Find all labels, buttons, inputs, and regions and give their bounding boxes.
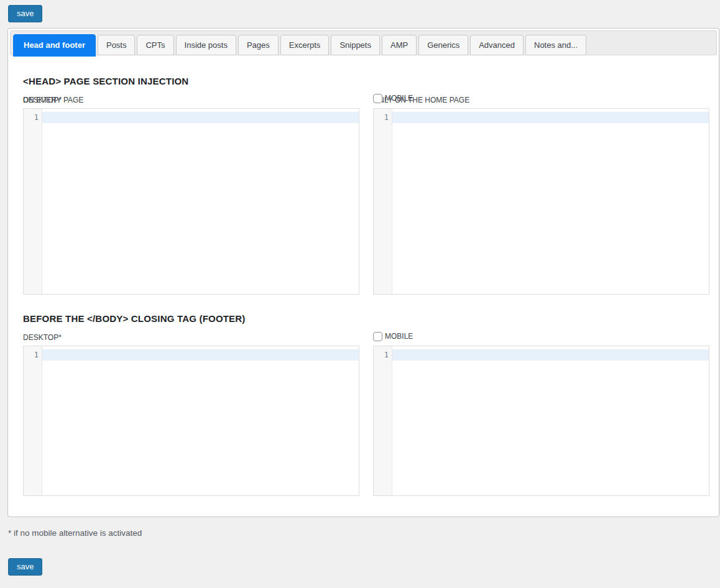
tab-snippets[interactable]: Snippets <box>331 35 380 55</box>
tab-bar: Head and footer Posts CPTs Inside posts … <box>10 30 717 55</box>
top-toolbar: save <box>0 0 720 28</box>
tab-head-and-footer[interactable]: Head and footer <box>13 34 96 57</box>
footer-mobile-checkbox-label: MOBILE <box>385 332 413 341</box>
line-number-gutter: 1 <box>374 346 392 495</box>
settings-panel: Head and footer Posts CPTs Inside posts … <box>7 28 719 517</box>
line-number-gutter: 1 <box>24 109 42 294</box>
save-button-bottom[interactable]: save <box>8 558 42 576</box>
head-desktop-label-row: ON EVERY PAGE DESKTOP* <box>23 94 359 106</box>
head-mobile-code-editor: 1 <box>373 108 709 295</box>
footer-mobile-code-editor: 1 <box>373 346 709 496</box>
tab-generics[interactable]: Generics <box>418 35 468 55</box>
footer-desktop-label-row: DESKTOP* <box>23 332 359 343</box>
head-desktop-code-editor: 1 <box>23 108 359 295</box>
active-line-highlight <box>392 349 709 361</box>
line-number: 1 <box>384 351 389 359</box>
head-section-title: <HEAD> PAGE SECTION INJECTION <box>23 57 708 86</box>
footer-mobile-code-input[interactable] <box>392 346 709 495</box>
bottom-toolbar: save <box>0 538 720 576</box>
footer-section-title: BEFORE THE </BODY> CLOSING TAG (FOOTER) <box>23 295 708 324</box>
tab-cpts[interactable]: CPTs <box>137 35 173 55</box>
head-mobile-checkbox[interactable] <box>373 94 382 103</box>
tab-excerpts[interactable]: Excerpts <box>280 35 330 55</box>
tab-pages[interactable]: Pages <box>238 35 279 55</box>
line-number: 1 <box>384 113 389 122</box>
active-line-highlight <box>392 112 709 123</box>
head-mobile-code-input[interactable] <box>392 109 709 294</box>
footer-desktop-code-input[interactable] <box>42 346 359 495</box>
head-mobile-label-row: ONLY ON THE HOME PAGE MOBILE <box>373 94 709 106</box>
line-number: 1 <box>34 113 39 122</box>
tab-panel-head-and-footer: <HEAD> PAGE SECTION INJECTION ON EVERY P… <box>8 57 719 517</box>
footer-mobile-checkbox[interactable] <box>373 332 382 341</box>
footer-mobile-label-row: MOBILE <box>373 332 709 343</box>
tab-amp[interactable]: AMP <box>382 35 417 55</box>
line-number-gutter: 1 <box>374 109 392 294</box>
line-number: 1 <box>34 351 39 359</box>
mobile-footnote: * if no mobile alternative is activated <box>8 528 720 538</box>
footer-desktop-code-editor: 1 <box>23 346 359 496</box>
head-desktop-label: DESKTOP* <box>23 96 62 104</box>
footer-desktop-label: DESKTOP* <box>23 332 62 343</box>
tab-inside-posts[interactable]: Inside posts <box>176 35 236 55</box>
line-number-gutter: 1 <box>24 346 42 495</box>
active-line-highlight <box>42 112 359 123</box>
head-desktop-code-input[interactable] <box>42 109 359 294</box>
tab-notes[interactable]: Notes and... <box>525 35 586 55</box>
head-mobile-checkbox-label: MOBILE <box>385 94 413 103</box>
tab-posts[interactable]: Posts <box>98 35 136 55</box>
tab-advanced[interactable]: Advanced <box>470 35 524 55</box>
save-button-top[interactable]: save <box>8 5 42 22</box>
active-line-highlight <box>42 349 359 361</box>
